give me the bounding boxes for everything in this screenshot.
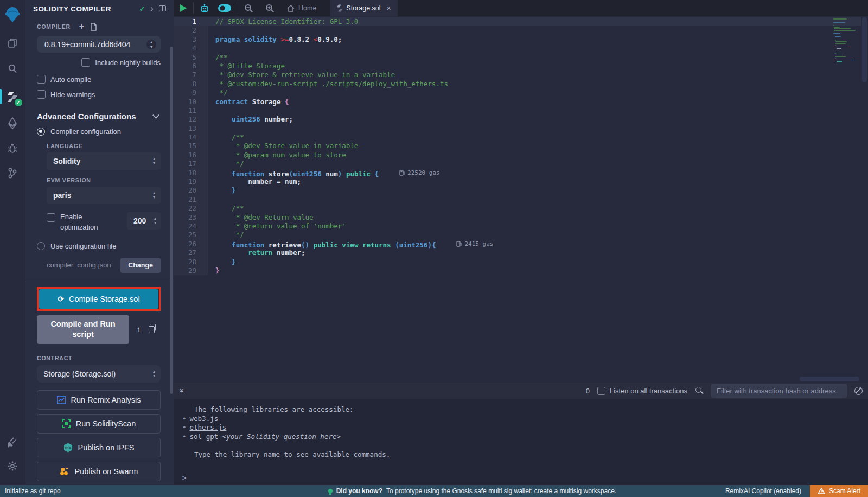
auto-compile-checkbox[interactable] [37, 75, 46, 84]
code-line[interactable]: 7 * @dev Store & retrieve value in a var… [174, 71, 868, 79]
clear-console-icon[interactable] [854, 387, 863, 395]
listen-checkbox[interactable] [597, 387, 605, 395]
auto-compile-label[interactable]: Auto compile [50, 75, 91, 84]
editor-hscrollbar-thumb[interactable] [800, 377, 859, 381]
code-line[interactable]: 17 */ [174, 160, 868, 168]
hide-warnings-label[interactable]: Hide warnings [50, 91, 95, 99]
code-line[interactable]: 27 return number; [174, 248, 868, 257]
library-link[interactable]: ethers.js [190, 423, 227, 431]
annotation-highlight-box: ⟳ Compile Storage.sol [37, 287, 161, 311]
add-compiler-icon[interactable]: + [79, 22, 84, 31]
file-explorer-icon[interactable] [0, 34, 25, 52]
code-line[interactable]: 6 * @title Storage [174, 62, 868, 71]
run-solidityscan-button[interactable]: Run SolidityScan [37, 414, 161, 434]
deploy-run-icon[interactable] [0, 114, 25, 132]
listen-label[interactable]: Listen on all transactions [610, 387, 687, 395]
zoom-out-icon[interactable] [238, 0, 259, 16]
code-line[interactable]: 14 /** [174, 133, 868, 142]
code-line[interactable]: 23 * @dev Return value [174, 213, 868, 222]
editor-scrollbar-thumb[interactable] [862, 17, 867, 82]
enable-optimization-label[interactable]: Enable optimization [60, 212, 110, 233]
publish-file-icon[interactable] [90, 23, 97, 31]
code-line[interactable]: 15 * @dev Store value in variable [174, 142, 868, 150]
code-line[interactable]: 16 * @param num value to store [174, 151, 868, 160]
tab-storage-sol[interactable]: Storage.sol × [330, 0, 397, 16]
include-nightly-checkbox[interactable] [81, 58, 90, 67]
version-spinner-icon[interactable]: ▴▾ [146, 40, 156, 49]
terminal-search-icon[interactable] [695, 386, 704, 395]
use-config-label[interactable]: Use configuration file [50, 242, 116, 250]
debugger-icon[interactable] [0, 139, 25, 157]
enable-optimization-checkbox[interactable] [47, 213, 55, 222]
change-config-button[interactable]: Change [120, 258, 161, 273]
code-line[interactable]: 11 [174, 106, 868, 115]
code-line[interactable]: 10contract Storage { [174, 98, 868, 106]
code-line[interactable]: 12 uint256 number; [174, 115, 868, 124]
compiler-version-select[interactable]: 0.8.19+commit.7dd6d404 ▴▾ [37, 36, 161, 53]
config-file-name[interactable]: compiler_config.json [47, 261, 111, 269]
solidity-compiler-icon[interactable]: ✓ [0, 87, 25, 107]
terminal-prompt[interactable]: > [182, 474, 868, 483]
copy-icon[interactable] [149, 326, 155, 333]
run-script-play-button[interactable] [174, 0, 193, 16]
code-line[interactable]: 21 [174, 195, 868, 204]
code-line[interactable]: 24 * @return value of 'number' [174, 222, 868, 231]
include-nightly-label[interactable]: Include nightly builds [95, 59, 161, 67]
code-line[interactable]: 3pragma solidity >=0.8.2 <0.9.0; [174, 35, 868, 44]
chevron-right-icon[interactable]: › [150, 3, 154, 14]
tab-home[interactable]: Home [280, 0, 323, 16]
search-icon[interactable] [0, 60, 25, 78]
code-line[interactable]: 13 [174, 124, 868, 133]
remix-logo-icon[interactable] [0, 3, 25, 25]
close-icon[interactable]: × [387, 4, 391, 12]
library-link[interactable]: web3.js [190, 415, 219, 423]
pin-panel-icon[interactable] [159, 5, 166, 13]
terminal[interactable]: The following libraries are accessible:•… [174, 399, 868, 485]
compiler-config-radio[interactable] [37, 128, 45, 136]
code-line[interactable]: 25 */ [174, 231, 868, 239]
advanced-config-header[interactable]: Advanced Configurations [37, 112, 161, 121]
compile-and-run-button[interactable]: Compile and Run script [37, 315, 129, 344]
settings-icon[interactable] [0, 457, 25, 475]
transaction-filter-input[interactable] [711, 384, 847, 398]
code-line[interactable]: 19 number = num; [174, 177, 868, 186]
use-config-radio[interactable] [37, 242, 45, 250]
evm-version-select[interactable]: paris ▴▾ [47, 187, 161, 204]
code-line[interactable]: 29} [174, 266, 868, 275]
scam-alert-badge[interactable]: Scam Alert [810, 485, 868, 497]
code-line[interactable]: 4 [174, 44, 868, 53]
code-line[interactable]: 26 function retrieve() public view retur… [174, 240, 868, 248]
language-select[interactable]: Solidity ▴▾ [47, 152, 161, 170]
code-line[interactable]: 28 } [174, 258, 868, 266]
code-line[interactable]: 22 /** [174, 204, 868, 213]
panel-scrollbar[interactable] [170, 47, 173, 394]
code-line[interactable]: 18 function store(uint256 num) public { … [174, 169, 868, 177]
zoom-in-icon[interactable] [259, 0, 280, 16]
contract-select[interactable]: Storage (Storage.sol) ▴▾ [37, 365, 161, 383]
git-icon[interactable] [0, 164, 25, 182]
code-line[interactable]: 5/** [174, 53, 868, 62]
compile-button[interactable]: ⟳ Compile Storage.sol [39, 289, 158, 309]
plugin-manager-icon[interactable] [0, 433, 25, 451]
run-remix-analysis-button[interactable]: Run Remix Analysis [37, 390, 161, 410]
code-line[interactable]: 20 } [174, 186, 868, 195]
info-icon[interactable]: i [137, 326, 141, 334]
code-line[interactable]: 1// SPDX-License-Identifier: GPL-3.0 [174, 17, 868, 26]
optimization-runs-input[interactable]: 200 ▴▾ [127, 212, 161, 230]
publish-ipfs-button[interactable]: IPFS Publish on IPFS [37, 438, 161, 457]
copilot-toggle[interactable] [215, 0, 238, 16]
ai-copilot-button[interactable] [194, 0, 215, 16]
publish-swarm-button[interactable]: Publish on Swarm [37, 462, 161, 481]
collapse-terminal-icon[interactable]: » [178, 388, 187, 393]
compiler-config-label[interactable]: Compiler configuration [50, 128, 121, 136]
code-editor[interactable]: 1// SPDX-License-Identifier: GPL-3.023pr… [174, 16, 868, 383]
compiler-config-radio-row: Compiler configuration [37, 128, 161, 136]
code-line[interactable]: 9 */ [174, 88, 868, 97]
code-line[interactable]: 8 * @custom:dev-run-script ./scripts/dep… [174, 80, 868, 88]
minimap[interactable] [833, 18, 859, 66]
hide-warnings-checkbox[interactable] [37, 90, 46, 99]
code-line[interactable]: 2 [174, 26, 868, 35]
copilot-status[interactable]: RemixAI Copilot (enabled) [717, 487, 810, 495]
git-init-status[interactable]: Initialize as git repo [0, 487, 228, 495]
editor-scrollbar[interactable] [861, 16, 868, 383]
